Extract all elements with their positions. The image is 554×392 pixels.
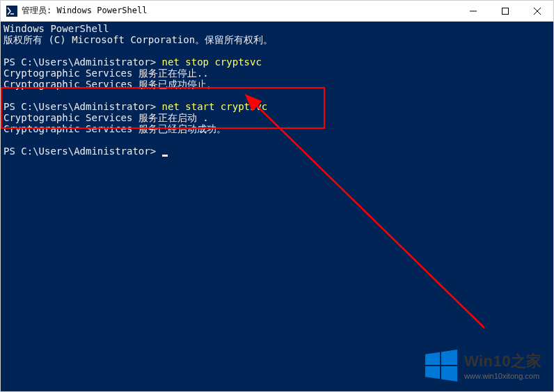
svg-rect-2 (502, 8, 509, 14)
close-button[interactable] (521, 1, 553, 22)
watermark-title: Win10之家 (464, 351, 542, 372)
cursor (162, 155, 168, 157)
maximize-button[interactable] (489, 1, 521, 22)
minimize-button[interactable] (457, 1, 489, 22)
terminal-output: Cryptographic Services 服务正在停止.. (3, 68, 551, 79)
window-title: 管理员: Windows PowerShell (22, 5, 457, 17)
svg-rect-0 (6, 6, 17, 17)
command: net stop cryptsvc (162, 56, 262, 68)
terminal-output: Cryptographic Services 服务已成功停止。 (3, 79, 551, 90)
terminal-line: PS C:\Users\Administrator> (3, 146, 551, 157)
titlebar: 管理员: Windows PowerShell (1, 1, 553, 22)
terminal-output: Cryptographic Services 服务正在启动 . (3, 112, 551, 123)
watermark-url: www.win10xitong.com (464, 372, 542, 380)
window-controls (457, 1, 553, 22)
command: net start cryptsvc (162, 101, 268, 112)
prompt: PS C:\Users\Administrator> (3, 146, 162, 157)
terminal-area[interactable]: Windows PowerShell 版权所有 (C) Microsoft Co… (1, 22, 553, 392)
prompt: PS C:\Users\Administrator> (3, 56, 162, 68)
terminal-line: PS C:\Users\Administrator> net start cry… (3, 101, 551, 112)
terminal-line: PS C:\Users\Administrator> net stop cryp… (3, 56, 551, 68)
terminal-output: Cryptographic Services 服务已经启动成功。 (3, 123, 551, 134)
powershell-icon (6, 6, 17, 17)
watermark: Win10之家 www.win10xitong.com (425, 350, 542, 382)
terminal-header: Windows PowerShell (3, 23, 551, 34)
windows-logo-icon (425, 350, 457, 382)
terminal-copyright: 版权所有 (C) Microsoft Corporation。保留所有权利。 (3, 34, 551, 45)
prompt: PS C:\Users\Administrator> (3, 101, 162, 112)
